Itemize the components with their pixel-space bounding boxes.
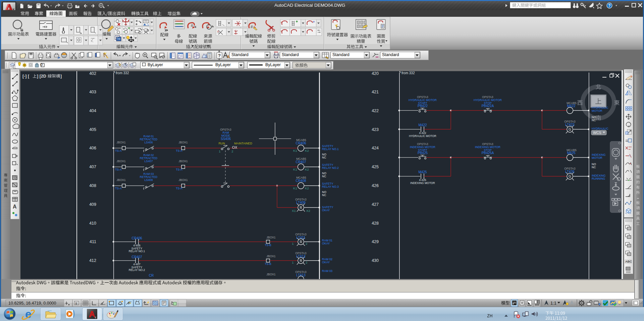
svg-text:E: E xyxy=(95,316,97,319)
svg-text:10.6295, 16.4719, 0.0000: 10.6295, 16.4719, 0.0000 xyxy=(8,301,56,306)
svg-text:1:1: 1:1 xyxy=(550,301,556,306)
svg-text:⚡: ⚡ xyxy=(147,301,150,304)
svg-text:::: :: xyxy=(75,302,77,305)
